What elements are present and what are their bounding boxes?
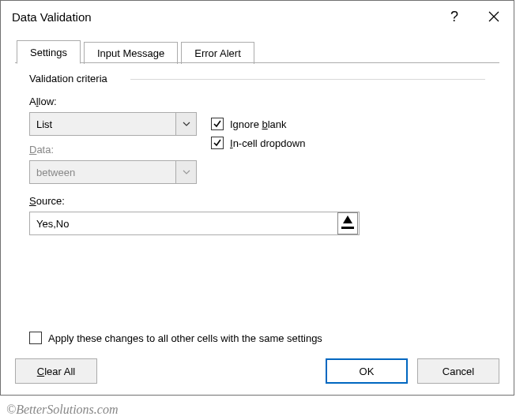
incell-dropdown-checkbox[interactable]: In-cell dropdown <box>211 137 305 149</box>
ignore-blank-checkbox[interactable]: Ignore blank <box>211 118 305 130</box>
close-button[interactable] <box>474 1 514 32</box>
data-value: between <box>30 167 175 178</box>
range-picker-button[interactable] <box>337 212 358 234</box>
data-validation-dialog: Data Validation ? Settings Input Message… <box>0 0 514 396</box>
tab-input-message[interactable]: Input Message <box>84 42 178 64</box>
checkbox-unchecked-icon <box>29 332 42 344</box>
chevron-down-icon <box>183 122 190 126</box>
svg-rect-2 <box>341 227 354 229</box>
tab-strip: Settings Input Message Error Alert <box>17 40 499 63</box>
allow-value: List <box>30 118 175 130</box>
close-icon <box>488 11 499 22</box>
data-combobox: between <box>29 160 197 184</box>
range-picker-icon <box>338 214 357 233</box>
titlebar: Data Validation ? <box>1 1 514 32</box>
checkbox-checked-icon <box>211 118 224 130</box>
dialog-footer: Clear All OK Cancel <box>15 358 499 384</box>
data-dropdown-button <box>175 161 196 183</box>
data-label: Data: <box>29 144 211 156</box>
allow-combobox[interactable]: List <box>29 112 197 136</box>
allow-label: Allow: <box>29 96 211 107</box>
ok-button[interactable]: OK <box>326 358 408 384</box>
watermark: ©BetterSolutions.com <box>6 403 118 417</box>
settings-panel: Validation criteria Allow: List Data: be… <box>15 62 499 242</box>
cancel-button[interactable]: Cancel <box>417 358 499 384</box>
source-label: Source: <box>29 195 485 207</box>
incell-dropdown-label: In-cell dropdown <box>230 137 305 149</box>
tab-error-alert[interactable]: Error Alert <box>181 42 254 64</box>
checkbox-checked-icon <box>211 137 224 149</box>
source-value: Yes,No <box>30 212 337 234</box>
allow-dropdown-button[interactable] <box>175 113 196 135</box>
dialog-title: Data Validation <box>12 10 435 24</box>
group-validation-criteria: Validation criteria <box>29 73 485 84</box>
svg-marker-3 <box>343 216 352 223</box>
apply-changes-checkbox[interactable]: Apply these changes to all other cells w… <box>15 332 337 344</box>
clear-all-button[interactable]: Clear All <box>15 358 97 384</box>
tab-settings[interactable]: Settings <box>17 40 81 64</box>
source-field[interactable]: Yes,No <box>29 212 360 235</box>
apply-changes-label: Apply these changes to all other cells w… <box>48 332 322 344</box>
chevron-down-icon <box>183 170 190 174</box>
help-button[interactable]: ? <box>435 1 474 32</box>
ignore-blank-label: Ignore blank <box>230 118 287 130</box>
